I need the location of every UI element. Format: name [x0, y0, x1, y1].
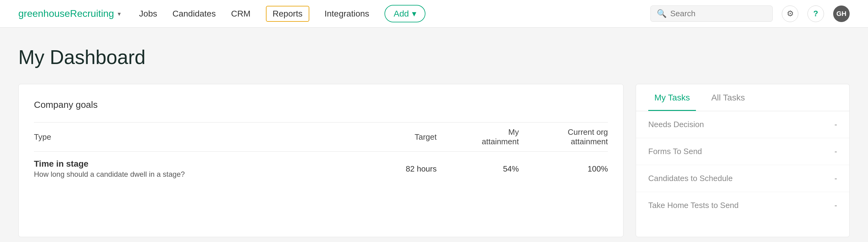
company-goals-card: Company goals Type Target My attainment … [18, 84, 623, 237]
task-needs-decision-label: Needs Decision [648, 120, 704, 129]
avatar[interactable]: GH [833, 5, 850, 22]
task-take-home-tests-value: - [834, 200, 837, 210]
navbar: greenhouseRecruiting ▾ Jobs Candidates C… [0, 0, 868, 28]
avatar-initials: GH [837, 10, 847, 18]
search-bar[interactable]: 🔍 [650, 5, 773, 22]
add-button-label: Add [394, 9, 409, 19]
tasks-list: Needs Decision - Forms To Send - Candida… [636, 111, 849, 219]
search-icon: 🔍 [657, 9, 666, 18]
help-button[interactable]: ? [807, 5, 824, 22]
brand-name: greenhouseRecruiting [18, 8, 114, 19]
goal-type-desc: How long should a candidate dwell in a s… [34, 170, 368, 179]
brand-chevron-icon[interactable]: ▾ [118, 10, 121, 18]
task-needs-decision[interactable]: Needs Decision - [636, 111, 849, 138]
nav-link-jobs[interactable]: Jobs [139, 6, 157, 21]
goal-target-cell: 82 hours [368, 152, 437, 186]
main-content: My Dashboard Company goals Type Target M… [0, 28, 868, 242]
task-needs-decision-value: - [834, 120, 837, 129]
col-header-type: Type [34, 123, 368, 152]
nav-link-crm[interactable]: CRM [231, 6, 251, 21]
settings-button[interactable]: ⚙ [782, 5, 798, 22]
goal-type-title: Time in stage [34, 159, 368, 169]
nav-link-candidates[interactable]: Candidates [173, 6, 216, 21]
goal-my-attainment-cell: 54% [437, 152, 519, 186]
task-take-home-tests[interactable]: Take Home Tests to Send - [636, 192, 849, 219]
nav-links: Jobs Candidates CRM Reports Integrations… [139, 5, 650, 22]
table-row: Time in stage How long should a candidat… [34, 152, 608, 186]
goal-type-cell: Time in stage How long should a candidat… [34, 152, 368, 186]
tab-all-tasks[interactable]: All Tasks [705, 84, 751, 111]
task-forms-to-send-value: - [834, 147, 837, 156]
goals-table: Type Target My attainment Current org at… [34, 122, 608, 186]
nav-link-reports[interactable]: Reports [266, 6, 309, 22]
task-forms-to-send[interactable]: Forms To Send - [636, 138, 849, 165]
add-button-chevron-icon: ▾ [412, 8, 416, 19]
task-candidates-to-schedule[interactable]: Candidates to Schedule - [636, 165, 849, 192]
col-header-my-attainment: My attainment [437, 123, 519, 152]
nav-link-integrations[interactable]: Integrations [324, 6, 369, 21]
search-input[interactable] [670, 9, 766, 18]
gear-icon: ⚙ [787, 9, 794, 18]
tasks-card: My Tasks All Tasks Needs Decision - Form… [636, 84, 850, 237]
goals-table-header-row: Type Target My attainment Current org at… [34, 123, 608, 152]
brand-name-part1: greenhouse [18, 8, 70, 19]
col-header-current-org: Current org attainment [519, 123, 608, 152]
company-goals-title: Company goals [34, 100, 608, 110]
task-candidates-to-schedule-label: Candidates to Schedule [648, 174, 733, 183]
nav-right: 🔍 ⚙ ? GH [650, 5, 850, 22]
brand-logo[interactable]: greenhouseRecruiting ▾ [18, 8, 121, 19]
dashboard-layout: Company goals Type Target My attainment … [18, 84, 850, 237]
task-take-home-tests-label: Take Home Tests to Send [648, 200, 739, 210]
page-title: My Dashboard [18, 46, 850, 69]
help-icon: ? [813, 9, 818, 18]
task-forms-to-send-label: Forms To Send [648, 147, 702, 156]
col-header-target: Target [368, 123, 437, 152]
task-candidates-to-schedule-value: - [834, 174, 837, 183]
tab-my-tasks[interactable]: My Tasks [648, 84, 696, 111]
tasks-tabs: My Tasks All Tasks [636, 84, 849, 111]
goal-current-org-cell: 100% [519, 152, 608, 186]
add-button[interactable]: Add ▾ [384, 5, 426, 22]
brand-name-part2: Recruiting [70, 8, 114, 19]
